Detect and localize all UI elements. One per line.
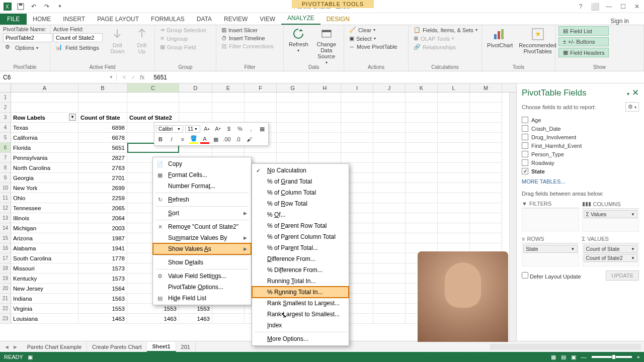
view-page-icon[interactable]: ▤ [561,354,566,360]
column-header[interactable]: A [11,83,78,92]
select-button[interactable]: ▣Select ▾ [347,35,399,42]
cell[interactable]: 1941 [78,243,127,253]
cell[interactable] [341,123,373,133]
cell[interactable]: 1573 [78,263,127,274]
cell[interactable] [373,233,406,243]
cell[interactable] [179,113,212,123]
cell[interactable] [373,133,406,143]
cell[interactable] [373,103,406,113]
tab-formulas[interactable]: FORMULAS [145,14,191,25]
cell[interactable] [470,193,502,203]
cell[interactable]: Louisiana [11,314,78,324]
sub-running-total[interactable]: Running Total In... [252,276,349,287]
sheet-tab[interactable]: 201 [176,342,196,351]
minimize-icon[interactable]: — [602,1,616,12]
sub-more-options[interactable]: More Options... [252,333,349,344]
shrink-font-icon[interactable]: A▾ [213,124,222,133]
row-header[interactable]: 12 [0,203,11,213]
cell[interactable] [406,203,438,213]
cell[interactable] [11,103,78,113]
cell[interactable] [373,263,406,274]
cell[interactable]: 2065 [78,203,127,213]
cell[interactable]: 2064 [78,213,127,223]
cell[interactable] [470,153,502,163]
cell[interactable] [373,163,406,173]
cell[interactable] [341,143,373,153]
row-header[interactable]: 10 [0,183,11,193]
ctx-format-cells[interactable]: ▦Format Cells... [153,169,251,180]
ctx-show-details[interactable]: Show Details [153,257,251,268]
insert-timeline-button[interactable]: ⏱Insert Timeline [219,35,276,42]
cell[interactable]: Alabama [11,243,78,253]
field-settings-button[interactable]: 📊Field Settings [53,43,103,52]
cell[interactable]: 1553 [78,304,127,314]
pt-name-input[interactable] [3,33,52,42]
values-area[interactable]: Count of State▼ Count of State2▼ [582,243,639,266]
cell[interactable] [438,193,470,203]
row-header[interactable]: 17 [0,253,11,263]
cell[interactable]: 2827 [78,153,127,163]
cell[interactable]: Texas [11,123,78,133]
zoom-slider[interactable] [592,356,632,358]
cell[interactable] [309,113,341,123]
cell[interactable]: Count of State2 [127,113,179,123]
column-header[interactable]: M [470,83,502,92]
column-header[interactable]: F [245,83,277,92]
cell[interactable] [245,103,277,113]
options-button[interactable]: ⚙Options ▾ [3,43,52,52]
vertical-scrollbar[interactable] [509,93,516,341]
signin-link[interactable]: Sign in [610,18,629,25]
percent-format-icon[interactable]: % [235,124,245,133]
cell[interactable]: California [11,133,78,143]
cell[interactable] [373,173,406,183]
cell[interactable] [245,113,277,123]
cell[interactable] [212,314,245,324]
cell[interactable] [470,163,502,173]
refresh-button[interactable]: Refresh▾ [287,26,310,66]
ctx-refresh[interactable]: ↻Refresh [153,194,251,205]
cell[interactable] [373,304,406,314]
row-header[interactable]: 7 [0,153,11,163]
field-checkbox[interactable]: First_Harmful_Event [522,141,639,150]
zoom-out-icon[interactable]: — [581,354,587,360]
ctx-sort[interactable]: Sort▶ [153,208,251,219]
sheet-nav-next-icon[interactable]: ► [13,344,18,350]
values-pill-2[interactable]: Count of State2▼ [584,254,638,262]
grow-font-icon[interactable]: A▴ [202,124,211,133]
view-break-icon[interactable]: ▣ [571,354,576,360]
cell[interactable] [341,133,373,143]
cell[interactable]: 2259 [78,193,127,203]
row-header[interactable]: 16 [0,243,11,253]
tab-review[interactable]: REVIEW [218,14,254,25]
cell[interactable] [406,153,438,163]
values-pill-1[interactable]: Count of State▼ [584,245,638,253]
sub-no-calculation[interactable]: ✓No Calculation [252,165,349,176]
cell[interactable] [127,93,179,103]
active-field-input[interactable] [53,33,103,42]
cell[interactable]: Georgia [11,173,78,183]
cell[interactable] [309,123,341,133]
cell[interactable]: Pennsylvania [11,153,78,163]
update-button[interactable]: UPDATE [606,270,639,281]
format-painter-icon[interactable]: ▦ [258,124,267,133]
cell[interactable]: 1463 [127,314,179,324]
cell[interactable] [406,123,438,133]
comma-format-icon[interactable]: , [247,124,256,133]
cell[interactable]: 1778 [78,253,127,263]
font-select[interactable]: Calibri ▼ [156,125,183,133]
pivotchart-button[interactable]: PivotChart [485,26,515,63]
maximize-icon[interactable]: ☐ [616,1,630,12]
fb-enter-icon[interactable]: ✓ [131,74,136,81]
cell[interactable] [373,153,406,163]
sub-row-total[interactable]: % of Row Total [252,198,349,209]
cell[interactable]: Michigan [11,223,78,233]
cell[interactable]: 1463 [179,314,212,324]
filter-dropdown-icon[interactable]: ▾ [69,114,76,121]
sheet-tab-active[interactable]: Sheet1 [147,342,176,352]
cell[interactable] [341,113,373,123]
column-header[interactable]: E [212,83,245,92]
sub-difference[interactable]: Difference From... [252,253,349,264]
cell[interactable] [438,203,470,213]
cell[interactable] [373,193,406,203]
cell[interactable]: 2701 [78,173,127,183]
